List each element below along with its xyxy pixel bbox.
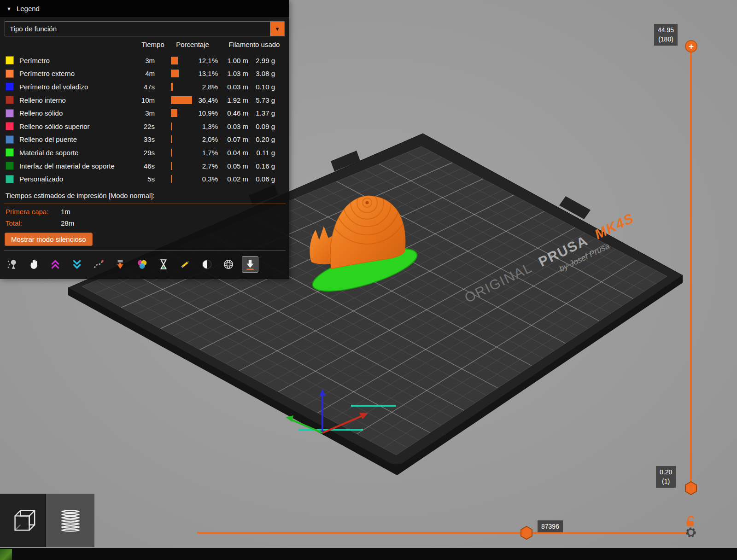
hand-icon[interactable]	[25, 256, 42, 273]
first-layer-value: 1m	[61, 208, 284, 216]
total-label: Total:	[6, 219, 61, 227]
application-window: ORIGINAL PRUSA MK4S by Josef Prusa	[0, 0, 737, 560]
feature-grams: 2.99 g	[248, 57, 275, 64]
move-slider-track[interactable]	[197, 532, 687, 534]
legend-columns-header: Tiempo Porcentaje Filamento usado	[0, 41, 289, 51]
feature-percent: 0,3%	[196, 175, 218, 183]
legend-header[interactable]: ▼ Legend	[0, 0, 289, 17]
feature-label: Personalizado	[19, 175, 130, 183]
feature-time: 47s	[130, 83, 155, 91]
layer-slider-top-label: 44.95(180)	[654, 24, 678, 46]
gear-icon[interactable]	[685, 526, 697, 538]
layers-view-button[interactable]	[46, 494, 94, 547]
pause-icon[interactable]	[155, 256, 172, 273]
feature-percent-bar	[171, 70, 196, 77]
legend-arrow-icon[interactable]	[242, 256, 258, 273]
total-value: 28m	[61, 219, 284, 227]
raise-layers-icon[interactable]	[47, 256, 64, 273]
legend-panel: ▼ Legend Tipo de función ▼ Tiempo Porcen…	[0, 0, 289, 279]
move-slider-handle[interactable]	[520, 526, 533, 540]
legend-row[interactable]: Perímetro externo4m13,1%1.03 m3.08 g	[0, 67, 289, 81]
color-changes-icon[interactable]	[134, 256, 150, 273]
feature-percent: 12,1%	[196, 57, 218, 64]
feature-time: 22s	[130, 122, 155, 130]
feature-color-swatch	[6, 109, 14, 117]
feature-percent-bar	[171, 149, 196, 157]
layer-slider-handle[interactable]	[684, 481, 697, 495]
legend-row[interactable]: Relleno sólido superior22s1,3%0.03 m0.09…	[0, 120, 289, 133]
feature-percent-bar	[171, 96, 196, 104]
feature-label: Perímetro externo	[19, 70, 130, 77]
feature-time: 46s	[130, 162, 155, 170]
feature-percent-bar	[171, 162, 196, 170]
seams-icon[interactable]	[4, 256, 20, 273]
feature-percent-bar	[171, 122, 196, 130]
feature-percent-bar	[171, 83, 196, 91]
lower-layers-icon[interactable]	[69, 256, 85, 273]
legend-rows: Perímetro3m12,1%1.00 m2.99 gPerímetro ex…	[0, 54, 289, 186]
custom-gcode-icon[interactable]	[177, 256, 193, 273]
feature-color-swatch	[6, 56, 14, 64]
feature-percent: 2,8%	[196, 83, 218, 91]
feature-grams: 0.16 g	[248, 162, 275, 170]
feature-color-swatch	[6, 162, 14, 170]
dropdown-arrow-icon[interactable]: ▼	[270, 22, 284, 36]
legend-row[interactable]: Relleno del puente33s2,0%0.07 m0.20 g	[0, 133, 289, 146]
layer-slider-track[interactable]	[690, 46, 692, 488]
feature-label: Relleno sólido	[19, 109, 130, 117]
legend-row[interactable]: Interfaz del material de soporte46s2,7%0…	[0, 159, 289, 173]
feature-grams: 0.20 g	[248, 135, 275, 143]
view-type-select[interactable]: Tipo de función ▼	[5, 21, 285, 36]
feature-grams: 0.09 g	[248, 122, 275, 130]
unlocked-padlock-icon[interactable]	[685, 515, 697, 528]
feature-meters: 0.03 m	[218, 122, 248, 130]
legend-row[interactable]: Perímetro del voladizo47s2,8%0.03 m0.10 …	[0, 80, 289, 93]
add-color-change-button[interactable]: +	[685, 40, 697, 52]
feature-color-swatch	[6, 70, 14, 78]
feature-label: Material de soporte	[19, 149, 130, 157]
feature-color-swatch	[6, 148, 14, 157]
feature-percent-bar	[171, 109, 196, 117]
retractions-icon[interactable]	[112, 256, 129, 273]
corner-thumbnail	[0, 549, 12, 560]
view-mode-buttons	[0, 494, 94, 547]
feature-label: Relleno sólido superior	[19, 122, 130, 130]
legend-row[interactable]: Personalizado5s0,3%0.02 m0.06 g	[0, 172, 289, 186]
col-time: Tiempo	[141, 41, 164, 48]
feature-color-swatch	[6, 175, 14, 183]
feature-grams: 1.37 g	[248, 109, 275, 117]
shells-icon[interactable]	[199, 256, 215, 273]
cube-icon	[10, 507, 36, 534]
silent-mode-button[interactable]: Mostrar modo silencioso	[5, 233, 93, 246]
feature-percent: 1,3%	[196, 122, 218, 130]
feature-color-swatch	[6, 122, 14, 130]
legend-row[interactable]: Perímetro3m12,1%1.00 m2.99 g	[0, 54, 289, 67]
feature-percent: 2,0%	[196, 135, 218, 143]
layers-icon	[57, 507, 84, 534]
feature-grams: 5.73 g	[248, 96, 275, 104]
feature-percent: 10,9%	[196, 109, 218, 117]
move-slider-label: 87396	[538, 520, 563, 532]
feature-time: 29s	[130, 149, 155, 157]
feature-time: 4m	[130, 70, 155, 77]
3d-view-button[interactable]	[0, 494, 46, 547]
collapse-triangle-icon: ▼	[6, 6, 12, 12]
legend-row[interactable]: Material de soporte29s1,7%0.04 m0.11 g	[0, 146, 289, 159]
legend-row[interactable]: Relleno sólido3m10,9%0.46 m1.37 g	[0, 106, 289, 120]
feature-meters: 1.00 m	[218, 57, 248, 64]
feature-grams: 0.11 g	[248, 149, 275, 157]
feature-grams: 0.06 g	[248, 175, 275, 183]
feature-color-swatch	[6, 82, 14, 91]
sphere-view-icon[interactable]	[220, 256, 237, 273]
divider	[4, 250, 286, 251]
feature-time: 10m	[130, 96, 155, 104]
feature-meters: 0.03 m	[218, 83, 248, 91]
feature-label: Perímetro del voladizo	[19, 83, 130, 91]
feature-meters: 0.02 m	[218, 175, 248, 183]
estimates-title: Tiempos estimados de impresión [Modo nor…	[6, 192, 284, 199]
layer-slider-bottom-label: 0.20(1)	[656, 466, 676, 488]
travel-moves-icon[interactable]	[90, 256, 107, 273]
feature-grams: 0.10 g	[248, 83, 275, 91]
col-percent: Porcentaje	[176, 41, 209, 48]
legend-row[interactable]: Relleno interno10m36,4%1.92 m5.73 g	[0, 93, 289, 107]
